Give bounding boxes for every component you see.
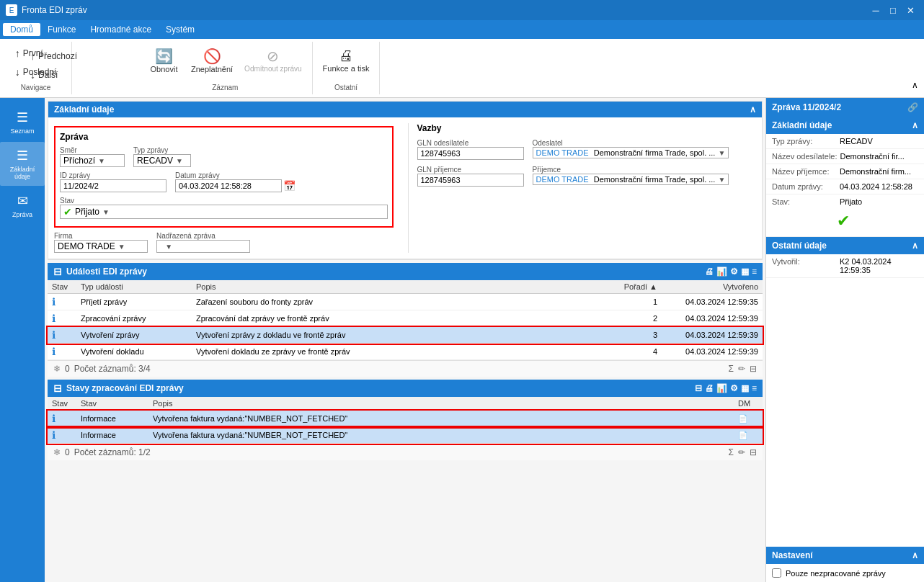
info-icon: ℹ	[52, 346, 55, 357]
stav-check-icon: ✔	[63, 206, 72, 218]
row-typ: Vytvoření dokladu	[76, 344, 192, 360]
toolbar-group-zaznam: 🔄 Obnovit 🚫 Zneplatnění ⊘ Odmítnout zprá…	[72, 42, 313, 94]
prev-icon: ↑	[30, 50, 35, 62]
sidebar-item-seznam[interactable]: ☰ Seznam	[0, 104, 45, 140]
toolbar-collapse-icon[interactable]: ∧	[912, 80, 918, 90]
close-button[interactable]: ✕	[902, 2, 918, 18]
row-stav2: Informace	[76, 411, 148, 427]
table-row-selected[interactable]: ℹ Vytvoření zprávy Vytvoření zprávy z do…	[48, 327, 763, 344]
right-typ-value: RECADV	[840, 137, 873, 146]
table-row[interactable]: ℹ Příjetí zprávy Zařazení souboru do fro…	[48, 294, 763, 310]
table-row[interactable]: ℹ Vytvoření dokladu Vytvoření dokladu ze…	[48, 344, 763, 360]
row-poradi: 1	[611, 294, 662, 310]
title-bar-controls[interactable]: ─ □ ✕	[868, 2, 918, 18]
form-right: Vazby GLN odesílatele Odeslatel DEMO TRA…	[408, 123, 757, 253]
right-nastaveni-title: Nastavení	[772, 550, 813, 560]
menu-item-hromadne[interactable]: Hromadné akce	[83, 23, 159, 36]
right-ostatni-collapse[interactable]: ∧	[912, 241, 918, 251]
menu-item-funkce[interactable]: Funkce	[40, 23, 83, 36]
odes-select[interactable]: DEMO TRADE Demonstrační firma Trade, spo…	[533, 147, 729, 158]
btn-funkce-tisk[interactable]: 🖨 Funkce a tisk	[319, 45, 374, 76]
menu-item-system[interactable]: Systém	[159, 23, 202, 36]
gln-odes-label: GLN odesílatele	[417, 139, 524, 147]
right-spacer	[766, 278, 924, 547]
right-datum-value: 04.03.2024 12:58:28	[840, 182, 912, 191]
col-dm: DM	[734, 397, 763, 411]
menu2-icon[interactable]: ≡	[752, 267, 757, 277]
stavy-menu-icon[interactable]: ≡	[752, 383, 757, 393]
stavy-sigma-icon[interactable]: Σ	[729, 447, 734, 457]
info-icon3: ℹ	[52, 429, 55, 441]
zprava-box-title: Zpráva	[60, 132, 388, 142]
right-ostatni-fields: Vytvořil: K2 04.03.2024 12:59:35	[766, 254, 924, 278]
vazby-bottom-row: GLN příjemce Příjemce DEMO TRADE Demonst…	[417, 166, 757, 187]
stavy-export2-icon[interactable]: ⊟	[750, 447, 757, 457]
stav-select[interactable]: ✔ Přijato ▼	[60, 205, 388, 219]
gln-prij-input[interactable]	[417, 174, 524, 187]
maximize-button[interactable]: □	[885, 2, 901, 18]
col-stav: Stav	[48, 280, 76, 294]
stavy-row-2[interactable]: ℹ Informace Vytvořena faktura vydaná:"NU…	[48, 427, 763, 444]
sidebar-item-zakladni-udaje[interactable]: ☰ Základní údaje	[0, 142, 45, 186]
minimize-button[interactable]: ─	[868, 2, 884, 18]
sidebar-item-zprava[interactable]: ✉ Zpráva	[0, 187, 45, 224]
gln-odes-input[interactable]	[417, 147, 524, 160]
row-typ: Příjetí zprávy	[76, 294, 192, 310]
zakladni-collapse-icon[interactable]: ∧	[750, 104, 756, 115]
firma-arrow-icon: ▼	[118, 243, 125, 251]
stavy-chart-icon[interactable]: 📊	[716, 383, 727, 393]
calendar-icon[interactable]: 📅	[283, 180, 296, 192]
btn-zneplatneni[interactable]: 🚫 Zneplatnění	[187, 45, 237, 76]
typ-zpravy-select[interactable]: RECADV ▼	[133, 154, 191, 167]
stavy-count-bar: ❄ 0 Počet záznamů: 1/2 Σ ✏ ⊟	[48, 444, 763, 460]
stavy-print-icon[interactable]: 🖨	[705, 383, 714, 393]
stavy-row-1[interactable]: ℹ Informace Vytvořena faktura vydaná:"NU…	[48, 411, 763, 427]
stavy-section: ⊟ Stavy zpracování EDI zprávy ⊟ 🖨 📊 ⚙ ▦ …	[48, 380, 763, 460]
right-odes-label: Název odesílatele:	[772, 152, 838, 161]
stavy-count-icons: Σ ✏ ⊟	[729, 447, 757, 457]
zakladni-udaje-section: Základní údaje ∧ Zpráva Směr	[48, 101, 763, 260]
stavy-count-label: Počet záznamů: 1/2	[74, 447, 151, 457]
odes-arrow-icon: ▼	[718, 149, 725, 157]
stavy-edit-icon[interactable]: ✏	[738, 447, 745, 457]
zprava-box: Zpráva Směr Příchozí ▼	[54, 126, 394, 228]
datum-zpravy-input[interactable]	[175, 179, 282, 192]
sigma-icon[interactable]: Σ	[729, 364, 734, 374]
prij-select[interactable]: DEMO TRADE Demonstrační firma Trade, spo…	[533, 174, 729, 185]
right-nastaveni-collapse[interactable]: ∧	[912, 550, 918, 560]
firma-select[interactable]: DEMO TRADE ▼	[54, 240, 148, 253]
row-popis: Zařazení souboru do fronty zpráv	[192, 294, 611, 310]
btn-prev[interactable]: ↑ Předchozí	[26, 48, 81, 65]
stavy-settings-icon[interactable]: ⚙	[730, 383, 738, 393]
seznam-icon: ☰	[17, 109, 28, 125]
nadrazena-select[interactable]: ▼	[156, 240, 250, 253]
right-zprava-title: Zpráva 11/2024/2	[772, 102, 841, 112]
gln-prij-label: GLN příjemce	[417, 166, 524, 174]
smer-select[interactable]: Příchozí ▼	[60, 154, 125, 167]
filter-icon[interactable]: ▦	[741, 267, 749, 277]
row-dm1: 📄	[734, 411, 763, 427]
stavy-export-icon[interactable]: ⊟	[695, 383, 702, 393]
nastaveni-checkbox[interactable]	[772, 568, 781, 578]
btn-obnovit[interactable]: 🔄 Obnovit	[144, 45, 184, 76]
zakladni-form: Zpráva Směr Příchozí ▼	[48, 117, 762, 259]
edit-icon[interactable]: ✏	[738, 364, 745, 374]
col-typ: Typ události	[76, 280, 192, 294]
menu-item-domu[interactable]: Domů	[3, 23, 40, 36]
right-external-icon[interactable]: 🔗	[907, 102, 918, 112]
export-icon[interactable]: ⊟	[750, 364, 757, 374]
stavy-filter-icon[interactable]: ▦	[741, 383, 749, 393]
print-icon[interactable]: 🖨	[705, 267, 714, 277]
table-row[interactable]: ℹ Zpracování zprávy Zpracování dat zpráv…	[48, 310, 763, 327]
settings2-icon[interactable]: ⚙	[730, 267, 738, 277]
chart-icon[interactable]: 📊	[716, 267, 727, 277]
row-stav1: ℹ	[48, 411, 76, 427]
btn-odmitnout[interactable]: ⊘ Odmítnout zprávu	[240, 45, 306, 76]
right-stav-ok-icon: ✔	[837, 212, 850, 230]
btn-next[interactable]: ↓ Další	[26, 66, 81, 84]
right-field-vytvoril: Vytvořil: K2 04.03.2024 12:59:35	[766, 254, 924, 278]
stav-arrow-icon: ▼	[102, 208, 110, 216]
id-zpravy-input[interactable]	[60, 179, 166, 192]
stavy-table-icon: ⊟	[53, 382, 62, 394]
right-zakladni-collapse[interactable]: ∧	[912, 120, 918, 130]
